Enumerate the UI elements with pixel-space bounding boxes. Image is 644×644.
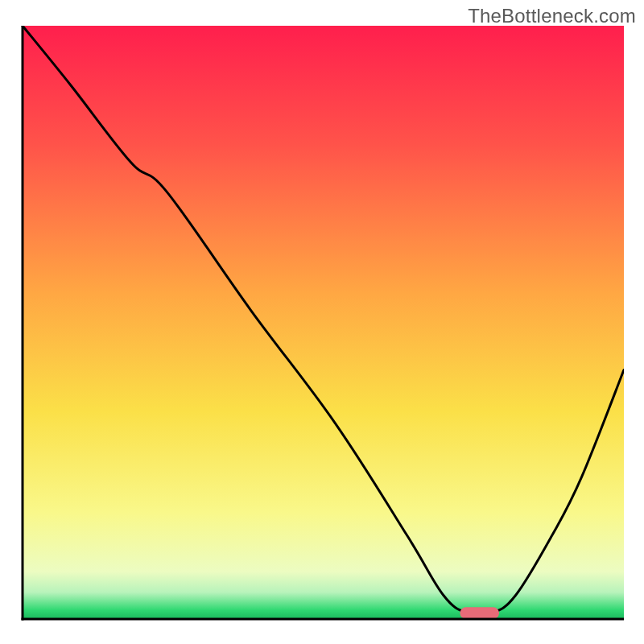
optimal-zone bbox=[460, 607, 499, 619]
chart-container: TheBottleneck.com bbox=[0, 0, 644, 644]
chart-area bbox=[20, 26, 624, 621]
watermark-label: TheBottleneck.com bbox=[468, 5, 636, 27]
bottleneck-chart bbox=[20, 26, 624, 621]
gradient-background bbox=[23, 26, 624, 619]
